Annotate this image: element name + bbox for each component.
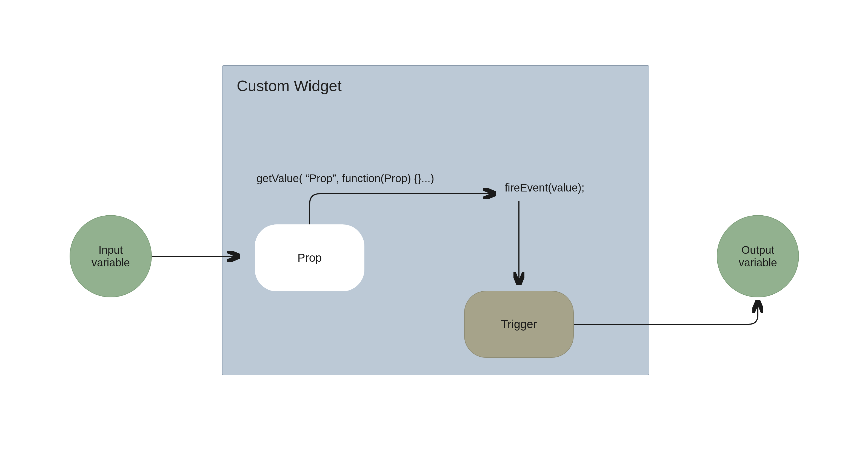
get-value-label: getValue( “Prop”, function(Prop) {}...) xyxy=(256,172,434,185)
output-variable-node: Output variable xyxy=(717,215,799,298)
diagram-canvas: Custom Widget Input variable Output vari… xyxy=(0,0,868,451)
input-variable-node: Input variable xyxy=(70,215,152,298)
widget-title: Custom Widget xyxy=(237,77,342,95)
fire-event-label: fireEvent(value); xyxy=(505,181,584,194)
prop-label: Prop xyxy=(298,251,322,264)
trigger-label: Trigger xyxy=(501,318,537,331)
trigger-node: Trigger xyxy=(464,291,574,358)
custom-widget-box xyxy=(222,65,649,375)
prop-node: Prop xyxy=(255,224,364,291)
output-variable-label: Output variable xyxy=(739,244,777,269)
input-variable-label: Input variable xyxy=(92,244,130,269)
